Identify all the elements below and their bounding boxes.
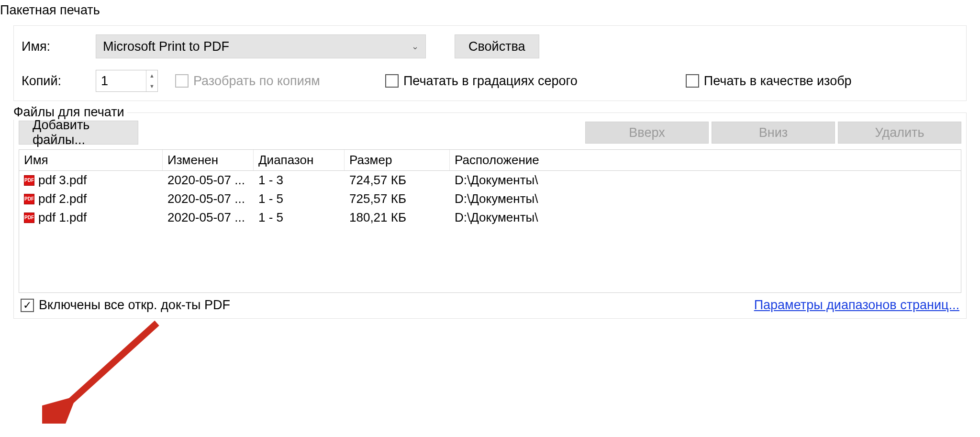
- table-row[interactable]: PDFpdf 2.pdf2020-05-07 ...1 - 5725,57 КБ…: [19, 190, 961, 208]
- cell-size: 180,21 КБ: [345, 208, 450, 227]
- cell-name: pdf 2.pdf: [38, 191, 87, 206]
- delete-button[interactable]: Удалить: [838, 122, 961, 144]
- spinner-up-icon[interactable]: ▲: [146, 70, 157, 81]
- col-range[interactable]: Диапазон: [254, 150, 345, 170]
- collate-label: Разобрать по копиям: [193, 74, 320, 89]
- printer-select[interactable]: Microsoft Print to PDF ⌄: [96, 34, 426, 58]
- files-panel: Файлы для печати Добавить файлы... Вверх…: [13, 112, 967, 319]
- grayscale-checkbox-group[interactable]: Печатать в градациях серого: [385, 74, 578, 89]
- col-modified[interactable]: Изменен: [163, 150, 254, 170]
- include-open-docs-label: Включены все откр. док-ты PDF: [39, 298, 230, 313]
- cell-location: D:\Документы\: [450, 190, 961, 208]
- col-size[interactable]: Размер: [345, 150, 450, 170]
- copies-spinner[interactable]: 1 ▲ ▼: [96, 70, 158, 92]
- page-range-settings-link[interactable]: Параметры диапазонов страниц...: [754, 298, 959, 313]
- col-location[interactable]: Расположение: [450, 150, 961, 170]
- image-quality-checkbox[interactable]: [686, 74, 699, 88]
- files-table: Имя Изменен Диапазон Размер Расположение…: [19, 149, 961, 293]
- cell-size: 725,57 КБ: [345, 190, 450, 208]
- table-row[interactable]: PDFpdf 1.pdf2020-05-07 ...1 - 5180,21 КБ…: [19, 208, 961, 227]
- window-title: Пакетная печать: [0, 0, 980, 21]
- copies-value: 1: [101, 74, 108, 89]
- chevron-down-icon: ⌄: [412, 41, 419, 52]
- copies-label: Копий:: [22, 74, 96, 89]
- cell-size: 724,57 КБ: [345, 171, 450, 190]
- move-down-button[interactable]: Вниз: [712, 122, 835, 144]
- include-open-docs-checkbox[interactable]: [21, 299, 34, 312]
- pdf-icon: PDF: [24, 175, 34, 186]
- collate-checkbox: [175, 74, 189, 88]
- files-legend: Файлы для печати: [13, 105, 127, 120]
- cell-location: D:\Документы\: [450, 208, 961, 227]
- move-up-button[interactable]: Вверх: [585, 122, 709, 144]
- properties-button[interactable]: Свойства: [455, 34, 539, 58]
- svg-line-1: [56, 323, 157, 414]
- grayscale-checkbox[interactable]: [385, 74, 399, 88]
- spinner-down-icon[interactable]: ▼: [146, 81, 157, 91]
- table-row[interactable]: PDFpdf 3.pdf2020-05-07 ...1 - 3724,57 КБ…: [19, 171, 961, 190]
- cell-name: pdf 3.pdf: [38, 173, 87, 188]
- grayscale-label: Печатать в градациях серого: [403, 74, 578, 89]
- pdf-icon: PDF: [24, 194, 34, 204]
- pdf-icon: PDF: [24, 213, 34, 223]
- image-quality-checkbox-group[interactable]: Печать в качестве изобр: [686, 74, 852, 89]
- cell-range: 1 - 3: [254, 171, 345, 190]
- cell-modified: 2020-05-07 ...: [163, 190, 254, 208]
- cell-range: 1 - 5: [254, 208, 345, 227]
- files-toolbar: Добавить файлы... Вверх Вниз Удалить: [19, 121, 961, 145]
- printer-settings-panel: Имя: Microsoft Print to PDF ⌄ Свойства К…: [13, 25, 967, 101]
- cell-modified: 2020-05-07 ...: [163, 171, 254, 190]
- cell-location: D:\Документы\: [450, 171, 961, 190]
- printer-select-value: Microsoft Print to PDF: [103, 39, 229, 54]
- cell-name: pdf 1.pdf: [38, 210, 87, 225]
- cell-range: 1 - 5: [254, 190, 345, 208]
- image-quality-label: Печать в качестве изобр: [704, 74, 852, 89]
- include-open-docs-group[interactable]: Включены все откр. док-ты PDF: [21, 298, 230, 313]
- annotation-arrow-icon: [42, 318, 167, 424]
- cell-modified: 2020-05-07 ...: [163, 208, 254, 227]
- add-files-button[interactable]: Добавить файлы...: [19, 121, 138, 145]
- printer-name-label: Имя:: [22, 39, 96, 54]
- col-name[interactable]: Имя: [19, 150, 163, 170]
- table-header: Имя Изменен Диапазон Размер Расположение: [19, 150, 961, 171]
- collate-checkbox-group: Разобрать по копиям: [175, 74, 320, 89]
